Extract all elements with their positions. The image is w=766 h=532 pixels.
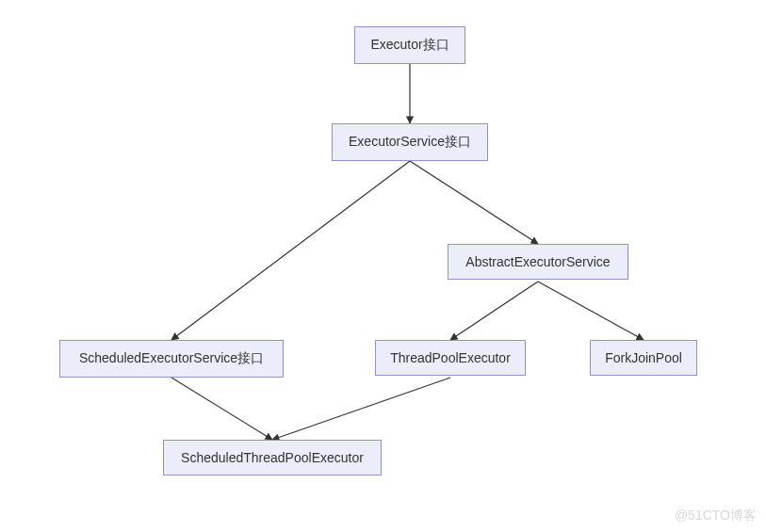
edges-layer: [0, 0, 766, 532]
node-executor-service: ExecutorService接口: [332, 123, 488, 161]
node-fork-join-pool: ForkJoinPool: [590, 340, 697, 376]
svg-line-3: [450, 282, 538, 340]
node-scheduled-thread-pool-executor: ScheduledThreadPoolExecutor: [163, 440, 382, 476]
node-label: ThreadPoolExecutor: [390, 350, 511, 365]
svg-line-2: [410, 161, 538, 244]
node-label: ForkJoinPool: [605, 350, 682, 365]
svg-line-5: [171, 378, 272, 440]
node-scheduled-executor-service: ScheduledExecutorService接口: [59, 340, 284, 378]
node-executor: Executor接口: [354, 26, 465, 64]
node-abstract-executor-service: AbstractExecutorService: [448, 244, 628, 280]
node-label: Executor接口: [370, 37, 448, 52]
node-label: AbstractExecutorService: [465, 254, 610, 269]
node-thread-pool-executor: ThreadPoolExecutor: [375, 340, 526, 376]
svg-line-4: [538, 282, 644, 340]
class-hierarchy-diagram: Executor接口 ExecutorService接口 AbstractExe…: [0, 0, 766, 532]
watermark: @51CTO博客: [675, 508, 757, 524]
svg-line-1: [171, 161, 410, 340]
node-label: ScheduledExecutorService接口: [79, 350, 264, 365]
node-label: ScheduledThreadPoolExecutor: [181, 450, 364, 465]
svg-line-6: [272, 378, 450, 440]
node-label: ExecutorService接口: [349, 134, 471, 149]
